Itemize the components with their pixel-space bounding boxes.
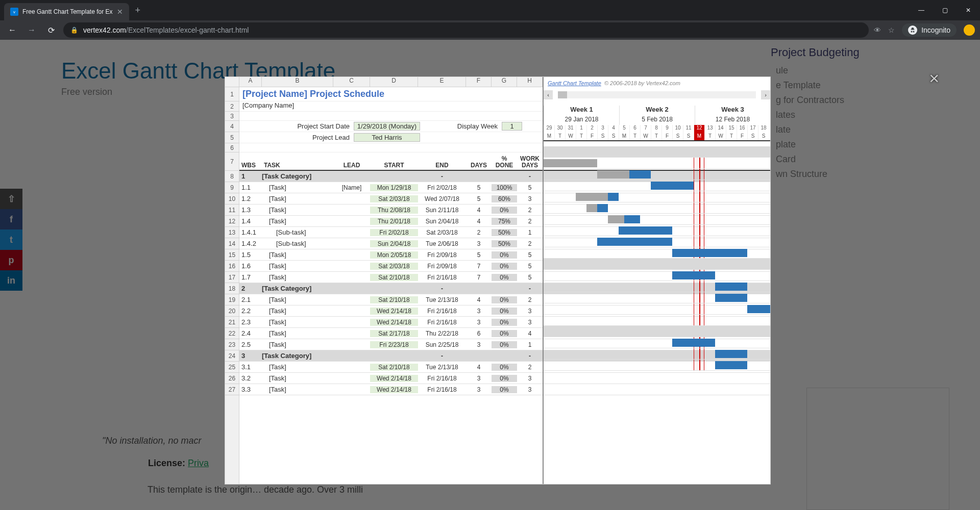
- day-number: 11: [683, 125, 694, 133]
- day-letter: S: [672, 133, 683, 140]
- column-header[interactable]: G: [492, 77, 517, 87]
- row-number[interactable]: 27: [225, 384, 239, 395]
- day-letter: F: [586, 133, 597, 140]
- gantt-bar: [715, 294, 747, 302]
- week-label: Week 3: [695, 106, 770, 116]
- row-number[interactable]: 15: [225, 249, 239, 261]
- gantt-row: [544, 326, 770, 337]
- day-number: 3: [597, 125, 608, 133]
- scroll-thumb[interactable]: [558, 91, 567, 98]
- gantt-bar: [672, 249, 747, 257]
- new-tab-button[interactable]: +: [135, 5, 141, 16]
- column-header[interactable]: B: [262, 77, 333, 87]
- bookmark-icon[interactable]: ☆: [888, 26, 895, 34]
- row-number[interactable]: 23: [225, 339, 239, 350]
- row-number[interactable]: 13: [225, 227, 239, 238]
- gantt-bar: [619, 226, 672, 235]
- row-number[interactable]: 12: [225, 216, 239, 227]
- gantt-row: [544, 360, 770, 371]
- gantt-bar-progress: [544, 159, 597, 167]
- row-number[interactable]: 22: [225, 328, 239, 339]
- row-number[interactable]: 20: [225, 305, 239, 317]
- day-letter: S: [758, 133, 769, 140]
- gantt-bar-progress: [608, 215, 624, 223]
- row-number[interactable]: 16: [225, 261, 239, 272]
- gantt-bar: [747, 305, 770, 313]
- row-number[interactable]: 21: [225, 317, 239, 328]
- gantt-row: [544, 225, 770, 236]
- incognito-badge[interactable]: Incognito: [902, 23, 957, 37]
- forward-button[interactable]: →: [24, 26, 39, 35]
- close-window-button[interactable]: ✕: [957, 0, 980, 20]
- gantt-row: [544, 180, 770, 191]
- row-number[interactable]: 2: [225, 101, 239, 112]
- row-number[interactable]: 7: [225, 152, 239, 171]
- back-button[interactable]: ←: [5, 26, 19, 35]
- row-number[interactable]: 4: [225, 121, 239, 132]
- column-header[interactable]: C: [333, 77, 370, 87]
- gantt-bar: [597, 204, 608, 212]
- column-header[interactable]: E: [418, 77, 466, 87]
- day-letter: W: [565, 133, 576, 140]
- profile-avatar[interactable]: [964, 24, 975, 36]
- day-number: 12: [694, 125, 704, 133]
- lightbox-close-icon[interactable]: ×: [929, 68, 939, 88]
- reload-button[interactable]: ⟳: [44, 26, 58, 35]
- browser-toolbar: ← → ⟳ 🔒 vertex42.com/ExcelTemplates/exce…: [0, 20, 980, 40]
- address-bar[interactable]: 🔒 vertex42.com/ExcelTemplates/excel-gant…: [63, 22, 869, 38]
- row-number[interactable]: 14: [225, 238, 239, 249]
- day-letter: S: [608, 133, 619, 140]
- scroll-right-button[interactable]: ›: [761, 90, 770, 99]
- row-number[interactable]: 10: [225, 193, 239, 205]
- gantt-row: [544, 259, 770, 270]
- day-letter: S: [747, 133, 758, 140]
- scroll-track[interactable]: [558, 91, 756, 98]
- row-number[interactable]: 24: [225, 350, 239, 362]
- gantt-row: [544, 158, 770, 169]
- minimize-button[interactable]: —: [910, 0, 933, 20]
- row-number[interactable]: 19: [225, 294, 239, 305]
- row-number[interactable]: 1: [225, 87, 239, 101]
- row-number[interactable]: 8: [225, 171, 239, 182]
- gantt-bar: [672, 271, 715, 279]
- row-number[interactable]: 3: [225, 112, 239, 121]
- gantt-chart: Gantt Chart Template Gantt Chart Templat…: [543, 77, 770, 484]
- lock-icon: 🔒: [70, 27, 78, 34]
- week-label: Week 2: [619, 106, 695, 116]
- row-number[interactable]: 25: [225, 362, 239, 373]
- maximize-button[interactable]: ▢: [933, 0, 957, 20]
- column-header[interactable]: H: [517, 77, 543, 87]
- tab-title: Free Gantt Chart Template for Ex: [22, 8, 113, 15]
- gantt-row: [544, 146, 770, 158]
- project-start-input[interactable]: 1/29/2018 (Monday): [354, 122, 420, 131]
- row-number[interactable]: 9: [225, 182, 239, 193]
- eye-off-icon[interactable]: 👁: [874, 26, 881, 34]
- column-header[interactable]: A: [239, 77, 262, 87]
- tab-close-icon[interactable]: ✕: [117, 8, 123, 16]
- column-header[interactable]: D: [370, 77, 418, 87]
- gantt-row: [544, 281, 770, 292]
- day-letter: T: [629, 133, 640, 140]
- day-number: 2: [586, 125, 597, 133]
- gantt-bar: [608, 193, 619, 201]
- scroll-left-button[interactable]: ‹: [544, 90, 553, 99]
- row-number[interactable]: 17: [225, 272, 239, 283]
- day-number: 7: [640, 125, 651, 133]
- row-number[interactable]: 18: [225, 283, 239, 294]
- window-titlebar: v Free Gantt Chart Template for Ex ✕ + —…: [0, 0, 980, 20]
- gantt-row: [544, 236, 770, 247]
- day-letter: W: [640, 133, 651, 140]
- row-number[interactable]: 6: [225, 143, 239, 152]
- gantt-bar: [715, 283, 747, 291]
- row-number[interactable]: 11: [225, 205, 239, 216]
- row-number[interactable]: 26: [225, 373, 239, 384]
- day-number: 17: [747, 125, 758, 133]
- display-week-input[interactable]: 1: [502, 122, 522, 131]
- day-letter: T: [651, 133, 662, 140]
- column-header[interactable]: F: [466, 77, 492, 87]
- browser-tab[interactable]: v Free Gantt Chart Template for Ex ✕: [4, 3, 129, 20]
- project-lead-input[interactable]: Ted Harris: [354, 133, 420, 142]
- gantt-bar: [629, 170, 651, 178]
- gantt-row: [544, 337, 770, 348]
- row-number[interactable]: 5: [225, 132, 239, 143]
